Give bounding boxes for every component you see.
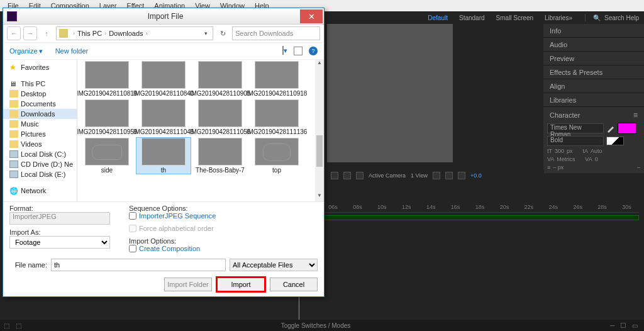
breadcrumb-segment-pc[interactable]: This PC	[77, 30, 102, 37]
file-name-input[interactable]	[51, 259, 226, 271]
view-mode-button[interactable]: ▾	[282, 47, 287, 55]
eyedropper-icon[interactable]	[606, 124, 615, 133]
panel-tab-effects-presets[interactable]: Effects & Presets	[543, 65, 644, 79]
scroll-up-icon[interactable]: ▲	[315, 60, 324, 69]
panel-tab-audio[interactable]: Audio	[543, 38, 644, 52]
help-button[interactable]: ?	[309, 47, 318, 55]
panel-menu-icon[interactable]: ≡	[633, 111, 638, 120]
toggle-switches-button[interactable]: Toggle Switches / Modes	[21, 322, 610, 329]
favorites-header[interactable]: ★ Favorites	[3, 62, 77, 72]
breadcrumb[interactable]: › This PC › Downloads › ▾	[56, 26, 213, 40]
nav-item-documents[interactable]: Documents	[3, 99, 77, 109]
tracking-value[interactable]: 0	[595, 156, 598, 162]
file-type-filter[interactable]: All Acceptable Files	[230, 259, 318, 271]
file-item[interactable]: IMG20190428111045	[136, 99, 191, 135]
preview-pane-button[interactable]	[294, 47, 303, 55]
dialog-close-button[interactable]: ✕	[300, 9, 323, 23]
nav-item-downloads[interactable]: Downloads	[3, 109, 77, 119]
file-item[interactable]: IMG20190428111136	[250, 99, 304, 135]
timeline-icon[interactable]	[458, 172, 465, 179]
file-item[interactable]: IMG20190428110905	[193, 61, 247, 97]
workspace-small-screen[interactable]: Small Screen	[496, 14, 533, 21]
zoom-slider[interactable]	[621, 323, 626, 328]
workspace-standard[interactable]: Standard	[459, 14, 485, 21]
create-composition-checkbox[interactable]: Create Composition	[129, 245, 318, 252]
panel-tab-info[interactable]: Info	[543, 24, 644, 38]
file-item[interactable]: top	[250, 138, 304, 174]
this-pc-header[interactable]: This PC	[3, 79, 77, 89]
composition-preview[interactable]	[327, 24, 453, 162]
fill-color-swatch[interactable]	[618, 123, 636, 134]
file-item[interactable]: th	[136, 138, 191, 174]
nav-item-pictures[interactable]: Pictures	[3, 129, 77, 139]
breadcrumb-segment-downloads[interactable]: Downloads	[109, 30, 143, 37]
nav-item-desktop[interactable]: Desktop	[3, 89, 77, 99]
stroke-color-swatch[interactable]	[606, 137, 624, 145]
folder-search-input[interactable]: Search Downloads	[232, 26, 320, 40]
cancel-button[interactable]: Cancel	[270, 278, 318, 291]
file-item[interactable]: IMG20190428110819	[80, 61, 134, 97]
font-style-select[interactable]: Bold	[547, 136, 604, 146]
view-layout-select[interactable]: 1 View	[411, 172, 428, 179]
zoom-in-icon[interactable]: ▭	[632, 322, 638, 329]
file-item[interactable]: IMG20190428110959	[80, 99, 134, 135]
nav-item-music[interactable]: Music	[3, 119, 77, 129]
network-header[interactable]: Network	[3, 186, 77, 196]
new-folder-button[interactable]: New folder	[55, 47, 89, 55]
nav-item-local-disk-c-[interactable]: Local Disk (C:)	[3, 149, 77, 159]
panel-tab-align[interactable]: Align	[543, 79, 644, 93]
character-panel-title[interactable]: Character	[550, 111, 580, 119]
refresh-button[interactable]: ↻	[216, 26, 230, 40]
shy-icon[interactable]: ⬚	[4, 322, 9, 329]
file-list[interactable]: IMG20190428110819IMG20190428110840IMG201…	[77, 60, 324, 201]
workspace-libraries[interactable]: Libraries	[545, 14, 569, 21]
region-of-interest-icon[interactable]	[356, 172, 364, 179]
forward-button[interactable]: →	[23, 26, 37, 40]
nav-item-cd-drive-d-ne[interactable]: CD Drive (D:) Ne	[3, 159, 77, 169]
mask-toggle-icon[interactable]	[331, 172, 338, 179]
exposure-value[interactable]: +0.0	[470, 172, 482, 179]
import-folder-button[interactable]: Import Folder	[164, 278, 212, 291]
file-item[interactable]: IMG20190428110918	[250, 61, 304, 97]
ruler-tick: 28s	[590, 204, 614, 212]
stroke-width-value[interactable]: – px	[553, 164, 564, 171]
import-as-select[interactable]: Footage	[9, 236, 110, 249]
file-list-scrollbar[interactable]: ▲ ▼	[315, 60, 324, 201]
file-item[interactable]: side	[80, 138, 134, 174]
panel-tab-preview[interactable]: Preview	[543, 52, 644, 65]
leading-value[interactable]: Auto	[591, 148, 602, 154]
scrollbar-thumb[interactable]	[316, 135, 323, 167]
file-name-row: File name: All Acceptable Files	[3, 255, 324, 275]
scroll-down-icon[interactable]: ▼	[315, 193, 324, 201]
file-item[interactable]: The-Boss-Baby-7	[193, 138, 247, 174]
dialog-titlebar[interactable]: Import File ✕	[3, 8, 324, 25]
pixel-aspect-icon[interactable]	[433, 172, 440, 179]
help-search[interactable]: 🔍 Search Help	[585, 14, 639, 21]
layer-bar[interactable]	[321, 215, 639, 220]
active-camera-select[interactable]: Active Camera	[369, 172, 406, 179]
up-button[interactable]: ↑	[40, 26, 53, 40]
organize-button[interactable]: Organize ▾	[9, 47, 43, 55]
file-item[interactable]: IMG20190428110840	[136, 61, 191, 97]
folder-tree[interactable]: ★ Favorites This PC DesktopDocumentsDown…	[3, 60, 77, 201]
kerning-value[interactable]: Metrics	[557, 156, 575, 162]
nav-item-local-disk-e-[interactable]: Local Disk (E:)	[3, 169, 77, 179]
font-size-value[interactable]: 300	[555, 148, 564, 154]
nav-item-videos[interactable]: Videos	[3, 139, 77, 149]
back-button[interactable]: ←	[7, 26, 21, 40]
zoom-out-icon[interactable]: ─	[610, 322, 614, 329]
jpeg-sequence-checkbox[interactable]: ImporterJPEG Sequence	[129, 212, 318, 220]
panel-tab-libraries[interactable]: Libraries	[543, 93, 644, 107]
workspace-default[interactable]: Default	[428, 14, 448, 21]
breadcrumb-dropdown-icon[interactable]: ▾	[204, 30, 210, 36]
drive-icon	[9, 171, 18, 178]
import-button[interactable]: Import	[217, 278, 265, 291]
file-thumbnail	[255, 61, 299, 89]
workspace-more-icon[interactable]: »	[569, 14, 572, 21]
fast-preview-icon[interactable]	[445, 172, 453, 179]
transparency-grid-icon[interactable]	[343, 172, 351, 179]
time-ruler[interactable]: 06s08s10s12s14s16s18s20s22s24s26s28s30s	[321, 204, 639, 213]
file-item[interactable]: IMG20190428111056	[193, 99, 247, 135]
frame-blend-icon[interactable]: ⬚	[16, 322, 21, 329]
font-family-select[interactable]: Times New Roman	[547, 123, 604, 133]
